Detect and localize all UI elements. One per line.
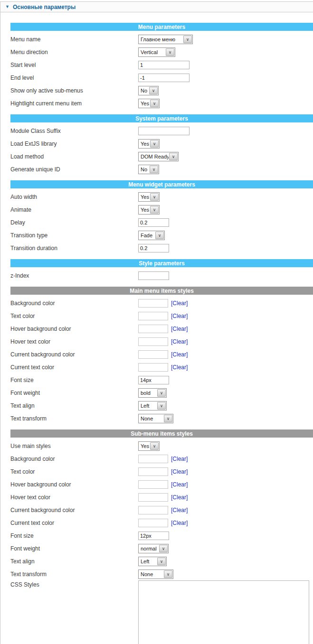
font-weight-select[interactable]: normal∨ <box>138 544 169 553</box>
clear-link[interactable]: [Clear] <box>171 326 188 332</box>
field-label: Load ExtJS library <box>10 140 138 147</box>
field-label: Auto width <box>10 194 138 200</box>
field-label: Menu name <box>10 36 138 43</box>
section-header: Menu widget parameters <box>10 180 313 188</box>
end-level-input[interactable] <box>138 74 190 82</box>
select-value: Yes <box>139 140 150 148</box>
current-text-color-input[interactable] <box>138 519 168 527</box>
text-transform-select[interactable]: None∨ <box>138 414 173 423</box>
background-color-input[interactable] <box>138 455 168 463</box>
field-label: Use main styles <box>10 443 138 449</box>
select-value: bold <box>139 389 157 397</box>
field-label: Current background color <box>10 507 138 513</box>
select-value: Yes <box>139 205 150 214</box>
current-background-color-input[interactable] <box>138 350 168 359</box>
field-row-text-align: Text alignLeft∨ <box>10 399 313 412</box>
field-label: Current background color <box>10 351 138 358</box>
field-row-menu-direction: Menu directionVertical∨ <box>10 46 313 58</box>
transition-duration-input[interactable] <box>138 244 169 252</box>
css-styles-textarea[interactable] <box>138 580 309 644</box>
hover-text-color-input[interactable] <box>138 337 168 346</box>
clear-link[interactable]: [Clear] <box>171 507 188 513</box>
clear-link[interactable]: [Clear] <box>171 338 188 345</box>
field-row-current-background-color: Current background color[Clear] <box>10 348 313 361</box>
clear-link[interactable]: [Clear] <box>171 364 188 371</box>
generate-unique-id-select[interactable]: No∨ <box>138 165 159 174</box>
menu-direction-select[interactable]: Vertical∨ <box>138 47 175 57</box>
show-only-active-sub-menus-select[interactable]: No∨ <box>138 86 159 95</box>
text-align-select[interactable]: Left∨ <box>138 557 167 566</box>
field-row-load-extjs-library: Load ExtJS libraryYes∨ <box>10 137 313 150</box>
hightlight-current-menu-item-select[interactable]: Yes∨ <box>138 99 160 108</box>
clear-link[interactable]: [Clear] <box>171 468 188 475</box>
section-system-parameters: System parametersModule Class SuffixLoad… <box>10 114 313 176</box>
font-weight-select[interactable]: bold∨ <box>138 388 167 398</box>
auto-width-select[interactable]: Yes∨ <box>138 192 160 202</box>
clear-link[interactable]: [Clear] <box>171 300 188 307</box>
chevron-down-icon: ∨ <box>166 48 174 56</box>
field-row-text-transform: Text transformNone∨ <box>10 568 313 580</box>
load-extjs-library-select[interactable]: Yes∨ <box>138 139 160 149</box>
field-row-use-main-styles: Use main stylesYes∨ <box>10 439 313 452</box>
clear-link[interactable]: [Clear] <box>171 351 188 358</box>
select-value: None <box>139 414 163 423</box>
field-label: Menu direction <box>10 49 138 56</box>
field-label: Text align <box>10 558 138 565</box>
section-header: Sub-menu items styles <box>10 429 313 438</box>
chevron-down-icon: ∨ <box>157 389 166 397</box>
section-sub-menu-items-styles: Sub-menu items stylesUse main stylesYes∨… <box>10 429 313 644</box>
chevron-down-icon: ∨ <box>150 206 159 214</box>
field-label: Font weight <box>10 390 138 396</box>
module-class-suffix-input[interactable] <box>138 127 190 135</box>
chevron-down-icon: ∨ <box>183 36 192 43</box>
hover-background-color-input[interactable] <box>138 480 168 489</box>
current-text-color-input[interactable] <box>138 363 168 372</box>
menu-name-select[interactable]: Главное меню∨ <box>138 35 193 44</box>
chevron-down-icon: ∨ <box>155 232 164 239</box>
clear-link[interactable]: [Clear] <box>171 494 188 501</box>
section-header: System parameters <box>10 114 313 122</box>
font-size-input[interactable] <box>138 376 169 384</box>
field-row-text-align: Text alignLeft∨ <box>10 555 313 568</box>
panel-toggle-header[interactable]: ▼ Основные параметры <box>0 1 313 12</box>
animate-select[interactable]: Yes∨ <box>138 205 160 215</box>
hover-background-color-input[interactable] <box>138 325 168 333</box>
start-level-input[interactable] <box>138 61 190 69</box>
field-label: Delay <box>10 219 138 226</box>
text-color-input[interactable] <box>138 312 168 320</box>
chevron-down-icon: ∨ <box>150 140 159 148</box>
field-row-current-text-color: Current text color[Clear] <box>10 361 313 373</box>
current-background-color-input[interactable] <box>138 506 168 514</box>
load-method-select[interactable]: DOM Ready∨ <box>138 152 179 161</box>
text-color-input[interactable] <box>138 467 168 476</box>
chevron-down-icon: ∨ <box>150 166 158 173</box>
panel-title: Основные параметры <box>13 4 76 10</box>
delay-input[interactable] <box>138 218 169 227</box>
z-index-input[interactable] <box>138 271 169 280</box>
field-label: Text color <box>10 313 138 319</box>
select-value: No <box>139 165 149 174</box>
font-size-input[interactable] <box>138 532 169 540</box>
clear-link[interactable]: [Clear] <box>171 520 188 526</box>
select-value: normal <box>139 544 159 553</box>
hover-text-color-input[interactable] <box>138 493 168 502</box>
text-align-select[interactable]: Left∨ <box>138 401 167 411</box>
field-row-auto-width: Auto widthYes∨ <box>10 190 313 203</box>
field-label: Background color <box>10 300 138 307</box>
field-label: Hover text color <box>10 494 138 501</box>
select-value: No <box>139 86 149 95</box>
use-main-styles-select[interactable]: Yes∨ <box>138 441 160 451</box>
collapse-triangle-icon: ▼ <box>5 5 9 9</box>
select-value: Главное меню <box>139 35 183 44</box>
field-row-font-weight: Font weightnormal∨ <box>10 542 313 555</box>
chevron-down-icon: ∨ <box>164 570 172 578</box>
params-panel: ▼ Основные параметры Menu parametersMenu… <box>0 1 313 644</box>
background-color-input[interactable] <box>138 299 168 308</box>
clear-link[interactable]: [Clear] <box>171 456 188 462</box>
transition-type-select[interactable]: Fade∨ <box>138 231 165 240</box>
text-transform-select[interactable]: None∨ <box>138 569 173 579</box>
chevron-down-icon: ∨ <box>159 545 168 552</box>
clear-link[interactable]: [Clear] <box>171 481 188 488</box>
field-row-transition-duration: Transition duration <box>10 242 313 254</box>
clear-link[interactable]: [Clear] <box>171 313 188 319</box>
